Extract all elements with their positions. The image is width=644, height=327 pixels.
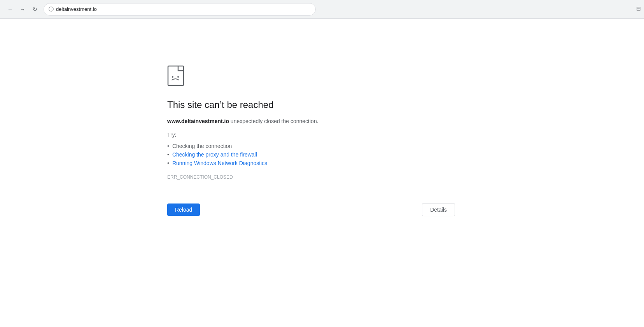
try-label: Try: (167, 132, 177, 138)
reload-button-main[interactable]: Reload (167, 204, 200, 216)
error-icon (167, 65, 188, 89)
error-domain: www.deltainvestment.io (167, 118, 229, 124)
details-button[interactable]: Details (422, 203, 455, 216)
suggestion-text-1: Checking the connection (172, 143, 232, 149)
back-button[interactable]: ← (5, 4, 16, 15)
error-description: www.deltainvestment.io unexpectedly clos… (167, 117, 318, 125)
address-bar[interactable]: ⓘ deltainvestment.io (44, 3, 316, 16)
info-icon: ⓘ (49, 6, 54, 13)
error-code: ERR_CONNECTION_CLOSED (167, 174, 233, 180)
error-page: This site can’t be reached www.deltainve… (0, 19, 644, 327)
browser-chrome: ← → ↻ ⓘ deltainvestment.io ⊟ (0, 0, 644, 19)
suggestion-item-2[interactable]: Checking the proxy and the firewall (167, 150, 267, 159)
nav-buttons: ← → ↻ (5, 4, 40, 15)
minimize-icon: ⊟ (636, 5, 641, 12)
suggestion-item-3[interactable]: Running Windows Network Diagnostics (167, 159, 267, 167)
suggestion-link-3[interactable]: Running Windows Network Diagnostics (172, 160, 267, 166)
svg-rect-18 (168, 66, 184, 85)
forward-button[interactable]: → (17, 4, 28, 15)
svg-point-20 (177, 76, 179, 78)
error-title: This site can’t be reached (167, 99, 273, 110)
button-row: Reload Details (167, 203, 455, 216)
reload-button[interactable]: ↻ (30, 4, 40, 15)
suggestion-item-1: Checking the connection (167, 142, 267, 150)
url-display: deltainvestment.io (56, 6, 97, 12)
suggestions-list: Checking the connection Checking the pro… (167, 142, 267, 167)
error-description-rest: unexpectedly closed the connection. (229, 118, 318, 124)
suggestion-link-2[interactable]: Checking the proxy and the firewall (172, 151, 257, 158)
svg-point-19 (172, 76, 173, 78)
